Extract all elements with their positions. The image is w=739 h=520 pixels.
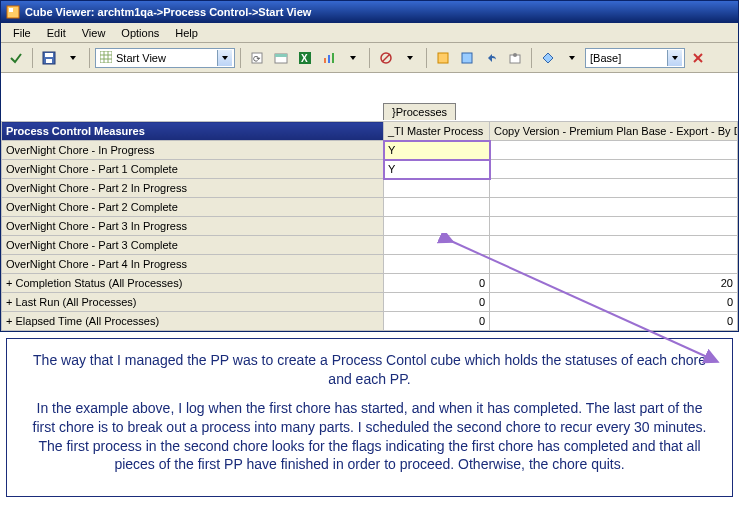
caption-box: The way that I managed the PP was to cre… [6,338,733,497]
separator [531,48,532,68]
suppress-zero-icon[interactable] [375,47,397,69]
svg-rect-20 [332,53,334,63]
export-icon[interactable] [270,47,292,69]
svg-rect-18 [324,58,326,63]
svg-line-23 [382,54,390,62]
chevron-down-icon[interactable] [667,50,682,66]
data-cell[interactable] [384,179,490,198]
row-header[interactable]: OverNight Chore - Part 3 In Progress [2,217,384,236]
base-selector[interactable]: [Base] [585,48,685,68]
titlebar: Cube Viewer: archtm1qa->Process Control-… [1,1,738,23]
row-header[interactable]: OverNight Chore - Part 3 Complete [2,236,384,255]
svg-rect-4 [46,59,52,63]
row-header[interactable]: OverNight Chore - Part 2 Complete [2,198,384,217]
save-dropdown-icon[interactable] [62,47,84,69]
data-cell[interactable] [490,179,738,198]
separator [369,48,370,68]
row-header[interactable]: OverNight Chore - In Progress [2,141,384,160]
svg-rect-3 [45,53,53,57]
view-selector-text: Start View [116,52,166,64]
spread-dropdown-icon[interactable] [561,47,583,69]
action2-icon[interactable] [456,47,478,69]
row-header[interactable]: Elapsed Time (All Processes) [2,312,384,331]
save-icon[interactable] [38,47,60,69]
row-header[interactable]: OverNight Chore - Part 2 In Progress [2,179,384,198]
data-cell[interactable] [490,160,738,179]
col-header[interactable]: _TI Master Process [384,122,490,141]
excel-icon[interactable]: X [294,47,316,69]
row-header[interactable]: Last Run (All Processes) [2,293,384,312]
corner-header[interactable]: Process Control Measures [2,122,384,141]
col-header[interactable]: Copy Version - Premium Plan Base - Expor… [490,122,738,141]
data-cell[interactable]: 0 [490,312,738,331]
data-cell[interactable]: 0 [490,293,738,312]
data-cell[interactable] [384,217,490,236]
menu-edit[interactable]: Edit [39,25,74,41]
data-cell[interactable]: 0 [384,293,490,312]
data-cell[interactable]: Y [384,160,490,179]
row-header[interactable]: OverNight Chore - Part 1 Complete [2,160,384,179]
chart-icon[interactable] [318,47,340,69]
action1-icon[interactable] [432,47,454,69]
view-selector[interactable]: Start View [95,48,235,68]
separator [426,48,427,68]
separator [89,48,90,68]
data-cell[interactable] [384,255,490,274]
separator [240,48,241,68]
data-cell[interactable] [490,255,738,274]
dimension-tab[interactable]: }Processes [383,103,456,120]
data-cell[interactable] [490,141,738,160]
svg-rect-15 [275,54,287,57]
separator [32,48,33,68]
sandbox-icon[interactable] [504,47,526,69]
apply-icon[interactable] [5,47,27,69]
svg-rect-25 [438,53,448,63]
menu-help[interactable]: Help [167,25,206,41]
row-header[interactable]: Completion Status (All Processes) [2,274,384,293]
svg-rect-19 [328,55,330,63]
svg-text:X: X [301,53,308,64]
spread-icon[interactable] [537,47,559,69]
toolbar: Start View ⟳ X [Base] [1,43,738,73]
menu-view[interactable]: View [74,25,114,41]
suppress-dropdown-icon[interactable] [399,47,421,69]
data-grid: Process Control Measures _TI Master Proc… [1,121,738,331]
svg-marker-11 [222,56,228,60]
row-header[interactable]: OverNight Chore - Part 4 In Progress [2,255,384,274]
delete-icon[interactable] [687,47,709,69]
grid-area: }Processes Process Control Measures _TI … [1,73,738,331]
svg-rect-6 [100,51,112,63]
svg-marker-5 [70,56,76,60]
caption-p2: In the example above, I log when the fir… [25,399,714,475]
undo-icon[interactable] [480,47,502,69]
cube-viewer-window: Cube Viewer: archtm1qa->Process Control-… [0,0,739,332]
data-cell[interactable] [490,217,738,236]
data-cell[interactable]: 20 [490,274,738,293]
app-icon [5,4,21,20]
recalc-icon[interactable]: ⟳ [246,47,268,69]
base-selector-text: [Base] [590,52,621,64]
data-cell[interactable] [384,236,490,255]
svg-text:⟳: ⟳ [253,54,261,64]
grid-icon [100,51,114,65]
data-cell[interactable]: Y [384,141,490,160]
window-title: Cube Viewer: archtm1qa->Process Control-… [25,6,311,18]
svg-marker-29 [543,53,553,63]
data-cell[interactable]: 0 [384,312,490,331]
menu-options[interactable]: Options [113,25,167,41]
data-cell[interactable] [384,198,490,217]
caption-p1: The way that I managed the PP was to cre… [25,351,714,389]
chevron-down-icon[interactable] [217,50,232,66]
svg-rect-26 [462,53,472,63]
svg-point-28 [513,53,517,57]
data-cell[interactable] [490,236,738,255]
menu-file[interactable]: File [5,25,39,41]
svg-marker-21 [350,56,356,60]
svg-marker-31 [672,56,678,60]
chart-dropdown-icon[interactable] [342,47,364,69]
menubar: File Edit View Options Help [1,23,738,43]
data-cell[interactable]: 0 [384,274,490,293]
svg-marker-24 [407,56,413,60]
svg-marker-30 [569,56,575,60]
data-cell[interactable] [490,198,738,217]
